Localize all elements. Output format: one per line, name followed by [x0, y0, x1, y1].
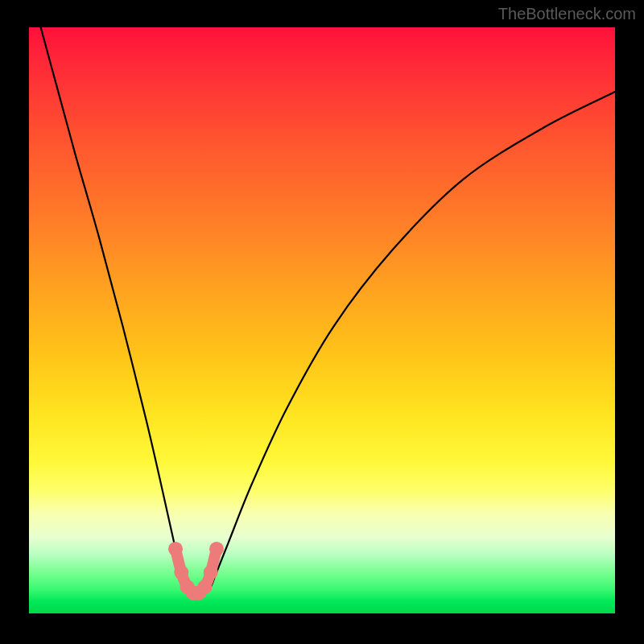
watermark-text: TheBottleneck.com: [498, 5, 636, 23]
bottleneck-curve: [41, 27, 615, 596]
chart-svg: [29, 27, 615, 613]
trough-marker: [174, 565, 188, 580]
trough-markers: [168, 542, 224, 601]
trough-marker: [197, 580, 212, 594]
plot-area: [29, 27, 615, 613]
trough-marker: [168, 542, 183, 556]
trough-marker: [209, 542, 224, 556]
trough-marker: [204, 565, 218, 580]
chart-container: TheBottleneck.com: [0, 0, 644, 644]
